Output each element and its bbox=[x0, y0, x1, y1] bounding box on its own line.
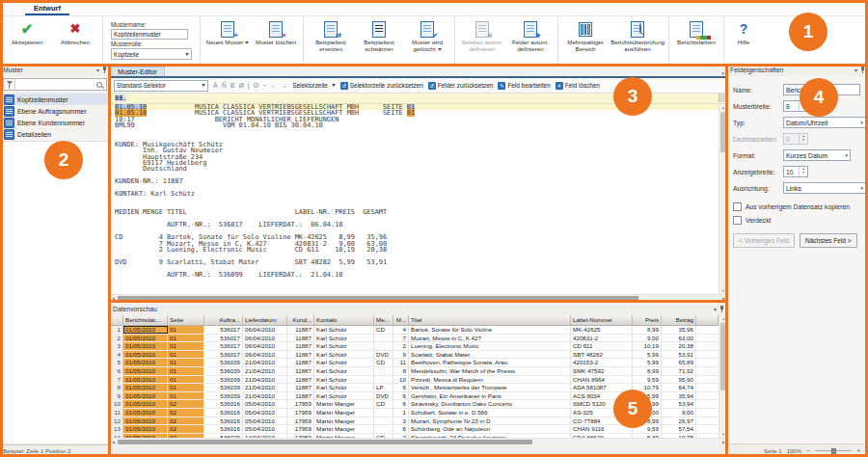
selektorzeile-dropdown[interactable]: Selektorzeile bbox=[292, 82, 336, 89]
table-cell[interactable]: 64,74 bbox=[662, 384, 696, 391]
row-number[interactable]: 6 bbox=[110, 367, 123, 375]
table-cell[interactable]: 01 bbox=[168, 342, 204, 350]
scroll-down-icon[interactable]: ▼ bbox=[719, 287, 727, 294]
selector-dropdown[interactable]: Standard-Selektor bbox=[114, 80, 208, 92]
column-header[interactable]: Kund... bbox=[287, 315, 314, 325]
table-cell[interactable]: 536017 bbox=[204, 335, 243, 342]
row-number[interactable]: 5 bbox=[110, 359, 123, 366]
table-cell[interactable]: Martin Manger bbox=[314, 417, 374, 425]
table-cell[interactable]: 21/04/2010 bbox=[243, 376, 287, 384]
table-cell[interactable]: 17959 bbox=[287, 400, 314, 408]
table-cell[interactable]: 01 bbox=[168, 326, 204, 334]
sidebar-item-ebene-auftragsnummer[interactable]: Ebene Auftragsnummer bbox=[0, 105, 110, 117]
editor-horizontal-scrollbar[interactable]: ◀ ▶ bbox=[110, 294, 727, 303]
table-cell[interactable]: 01/05/2010 bbox=[123, 400, 168, 408]
sidebar-item-ebene-kundennummer[interactable]: Ebene Kundennummer bbox=[0, 117, 110, 128]
table-cell[interactable]: 10,19 bbox=[633, 342, 662, 350]
format-select[interactable]: Kurzes Datum ▾ bbox=[783, 149, 851, 161]
column-header[interactable]: Titel bbox=[409, 315, 571, 325]
editor-sample-lines[interactable]: 01.05.10 MUSICA CLASSICA VERTRIEBSGESELL… bbox=[110, 104, 719, 294]
table-cell[interactable]: 6 bbox=[393, 400, 409, 408]
table-cell[interactable]: 420831-2 bbox=[571, 335, 633, 342]
table-cell[interactable]: 01/05/2010 bbox=[123, 359, 168, 366]
table-cell[interactable]: 53,91 bbox=[662, 351, 696, 359]
table-cell[interactable]: 536017 bbox=[204, 351, 243, 359]
pin-icon[interactable] bbox=[102, 67, 107, 74]
mask-letter-button[interactable]: Ä bbox=[213, 82, 218, 89]
table-row[interactable]: 501/05/20100153603921/04/201011887Karl S… bbox=[110, 359, 719, 367]
panel-chevron-icon[interactable]: ▾ bbox=[96, 67, 99, 73]
table-cell[interactable]: 536016 bbox=[204, 400, 243, 408]
table-cell[interactable]: 95,90 bbox=[662, 376, 696, 384]
table-cell[interactable]: Martin Manger bbox=[314, 409, 374, 417]
table-cell[interactable]: 57,54 bbox=[662, 425, 696, 433]
berichtsfarben-button[interactable]: Berichtsfarben bbox=[672, 18, 720, 46]
table-cell[interactable]: 01/05/2010 bbox=[123, 376, 168, 384]
table-row[interactable]: 201/05/20100153601706/04/201011887Karl S… bbox=[110, 335, 719, 343]
table-cell[interactable]: 20,38 bbox=[662, 342, 696, 350]
mask-letter-button[interactable]: Ø bbox=[238, 82, 243, 89]
table-cell[interactable]: 01/05/2010 bbox=[123, 409, 168, 417]
table-cell[interactable]: 05/04/2010 bbox=[243, 417, 287, 425]
mask-letter-button[interactable]: B bbox=[231, 82, 235, 89]
table-row[interactable]: 301/05/20100153601706/04/201011887Karl S… bbox=[110, 342, 719, 351]
table-cell[interactable]: 536039 bbox=[204, 359, 243, 366]
table-cell[interactable]: 4 bbox=[393, 326, 409, 334]
table-cell[interactable]: 21/04/2010 bbox=[243, 367, 287, 375]
row-number[interactable]: 11 bbox=[110, 409, 123, 417]
table-cell[interactable]: Karl Schütz bbox=[314, 342, 374, 350]
table-row[interactable]: 601/05/20100153603921/04/201011887Karl S… bbox=[110, 367, 719, 376]
table-cell[interactable]: 9 bbox=[393, 351, 409, 359]
table-cell[interactable]: DVD bbox=[374, 392, 393, 400]
scroll-left-icon[interactable]: ◀ bbox=[110, 439, 117, 446]
preview-horizontal-scrollbar[interactable]: ◀ ▶ bbox=[110, 438, 727, 446]
table-cell[interactable]: 536016 bbox=[204, 409, 243, 417]
table-cell[interactable]: 06/04/2010 bbox=[243, 351, 287, 359]
table-cell[interactable]: 9,00 bbox=[662, 409, 696, 417]
table-cell[interactable]: 536039 bbox=[204, 367, 243, 375]
musterrolle-select[interactable]: Kopfzeile bbox=[111, 48, 192, 60]
spinner-arrows-icon[interactable]: ▲▼ bbox=[799, 167, 807, 176]
table-cell[interactable]: 2 bbox=[393, 342, 409, 350]
table-cell[interactable]: Luening, Electronic Music bbox=[409, 342, 571, 350]
berichtsueberpruefung-button[interactable]: Berichtsüberprüfung ausführen bbox=[610, 18, 665, 53]
column-header[interactable] bbox=[110, 315, 123, 325]
table-cell[interactable]: 02 bbox=[168, 417, 204, 425]
table-cell[interactable]: 17959 bbox=[287, 417, 314, 425]
table-cell[interactable]: Mozart, Messe in C, K.427 bbox=[409, 335, 571, 342]
scroll-thumb[interactable] bbox=[720, 323, 725, 390]
table-cell[interactable]: 01/05/2010 bbox=[123, 342, 168, 350]
copy-from-previous-checkbox[interactable] bbox=[733, 202, 742, 211]
row-number[interactable]: 2 bbox=[110, 335, 123, 342]
sidebar-item-kopfzeilenmuster[interactable]: Kopfzeilenmuster bbox=[0, 94, 110, 105]
filter-icon[interactable] bbox=[4, 79, 15, 90]
feld-loeschen-button[interactable]: ✕ Feld löschen bbox=[556, 82, 600, 90]
table-cell[interactable]: Schubert, Sonate in e, D.566 bbox=[409, 409, 571, 417]
table-cell[interactable]: 536017 bbox=[204, 342, 243, 350]
table-cell[interactable]: Karl Schütz bbox=[314, 359, 374, 366]
table-cell[interactable]: Gershwin, Ein Amerikaner in Paris bbox=[409, 392, 571, 400]
table-cell[interactable]: 7 bbox=[393, 335, 409, 342]
table-cell[interactable]: Bartok, Sonate für Solo Violine bbox=[409, 326, 571, 334]
table-cell[interactable]: 5,99 bbox=[633, 351, 662, 359]
table-cell[interactable]: 01/05/2010 bbox=[123, 417, 168, 425]
table-cell[interactable]: 01/05/2010 bbox=[123, 392, 168, 400]
table-cell[interactable]: CHAN 8964 bbox=[571, 376, 633, 384]
table-row[interactable]: 701/05/20100153603921/04/201011887Karl S… bbox=[110, 376, 719, 385]
table-cell[interactable] bbox=[374, 376, 393, 384]
table-cell[interactable]: 11887 bbox=[287, 359, 314, 366]
scroll-right-icon[interactable]: ▶ bbox=[720, 439, 727, 446]
table-cell[interactable]: 8,99 bbox=[633, 367, 662, 375]
verdeckt-checkbox[interactable] bbox=[733, 216, 742, 225]
tab-overflow-icon[interactable]: ▾ bbox=[721, 70, 724, 76]
table-cell[interactable]: Karl Schütz bbox=[314, 392, 374, 400]
table-cell[interactable]: 11887 bbox=[287, 335, 314, 342]
accept-button[interactable]: Akzeptieren bbox=[3, 18, 51, 46]
table-cell[interactable]: 420153-2 bbox=[571, 359, 633, 366]
table-cell[interactable] bbox=[374, 367, 393, 375]
table-cell[interactable]: 01/05/2010 bbox=[123, 425, 168, 433]
row-number[interactable]: 12 bbox=[110, 417, 123, 425]
panel-chevron-icon[interactable]: ▾ bbox=[854, 67, 857, 73]
table-cell[interactable] bbox=[374, 409, 393, 417]
table-cell[interactable]: 01/05/2010 bbox=[123, 351, 168, 359]
